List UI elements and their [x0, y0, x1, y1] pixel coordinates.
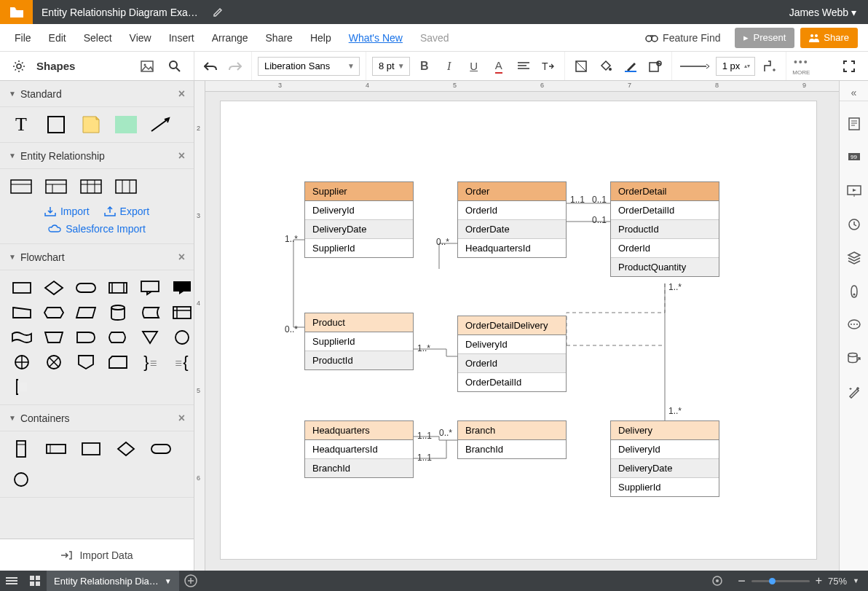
er-shape-2[interactable] [45, 178, 67, 195]
gear-icon[interactable] [9, 56, 29, 77]
close-icon[interactable]: × [178, 412, 185, 425]
er-export[interactable]: Export [104, 206, 149, 217]
close-icon[interactable]: × [178, 149, 185, 163]
menu-share[interactable]: Share [257, 32, 301, 44]
entity-field[interactable]: OrderDetailId [611, 201, 719, 220]
text-options-button[interactable]: T [538, 56, 559, 77]
cont-lane-h[interactable] [45, 440, 67, 458]
section-standard[interactable]: ▼Standard× [0, 81, 194, 107]
entity-title[interactable]: Delivery [611, 421, 719, 440]
fc-callout[interactable] [138, 279, 162, 297]
section-er[interactable]: ▼Entity Relationship× [0, 143, 194, 169]
fc-or[interactable] [10, 353, 33, 371]
entity-headquarters[interactable]: Headquarters HeadquartersId BranchId [304, 420, 414, 478]
fc-offpage[interactable] [74, 353, 98, 371]
entity-field[interactable]: DeliveryId [305, 201, 413, 220]
entity-field[interactable]: OrderDate [458, 220, 566, 239]
section-containers[interactable]: ▼Containers× [0, 405, 194, 431]
edit-title-icon[interactable] [207, 7, 229, 17]
entity-field[interactable]: OrderId [458, 201, 566, 220]
entity-field[interactable]: ProductQuantity [611, 258, 719, 276]
fc-manualop[interactable] [42, 329, 66, 346]
entity-field[interactable]: SupplierId [305, 239, 413, 257]
border-color-button[interactable] [620, 56, 641, 77]
fill-button[interactable] [596, 56, 616, 77]
page-tab[interactable]: Entity Relationship Dia…▼ [47, 571, 179, 591]
fc-db[interactable] [106, 304, 130, 321]
close-icon[interactable]: × [178, 87, 185, 101]
font-size-select[interactable]: 8 pt▼ [372, 57, 410, 76]
undo-button[interactable] [200, 56, 221, 77]
entity-field[interactable]: HeadquartersId [305, 440, 413, 459]
cont-pill[interactable] [150, 440, 172, 458]
italic-button[interactable]: I [439, 56, 459, 77]
entity-orderdetail[interactable]: OrderDetail OrderDetailId ProductId Orde… [610, 181, 719, 277]
menu-insert[interactable]: Insert [160, 32, 203, 44]
page[interactable]: Supplier DeliveryId DeliveryDate Supplie… [220, 101, 817, 560]
zoom-in-button[interactable]: + [816, 574, 822, 587]
shape-fill-button[interactable] [571, 56, 591, 77]
fc-hex[interactable] [42, 304, 66, 321]
er-import[interactable]: Import [44, 206, 90, 217]
fc-card[interactable] [106, 353, 130, 371]
entity-field[interactable]: OrderId [458, 354, 566, 373]
entity-field[interactable]: BranchId [458, 440, 566, 458]
entity-supplier[interactable]: Supplier DeliveryId DeliveryDate Supplie… [304, 181, 414, 258]
entity-field[interactable]: ProductId [611, 220, 719, 239]
layers-icon[interactable] [840, 241, 869, 275]
fc-stored[interactable] [138, 304, 162, 321]
history-icon[interactable] [840, 208, 869, 241]
fc-delay[interactable] [74, 329, 98, 346]
zoom-out-button[interactable]: − [738, 574, 746, 589]
shape-options-button[interactable] [645, 56, 666, 77]
align-button[interactable] [513, 56, 534, 77]
entity-field[interactable]: SupplierId [305, 332, 413, 351]
share-button[interactable]: Share [800, 28, 858, 48]
fc-brace-l[interactable]: ———{ [170, 353, 194, 371]
entity-title[interactable]: Headquarters [305, 421, 413, 440]
target-icon[interactable] [706, 571, 729, 591]
chat-icon[interactable] [840, 308, 869, 342]
menu-edit[interactable]: Edit [40, 32, 75, 44]
document-title[interactable]: Entity Relationship Diagram Exa… [33, 7, 207, 18]
close-icon[interactable]: × [178, 251, 185, 264]
canvas-area[interactable]: 3 4 5 6 7 8 9 2 3 4 5 6 [194, 81, 839, 571]
cont-circle[interactable] [10, 471, 32, 488]
zoom-level[interactable]: 75% [828, 576, 847, 587]
entity-field[interactable]: OrderDetailId [458, 373, 566, 391]
menu-view[interactable]: View [121, 32, 160, 44]
entity-title[interactable]: Supplier [305, 182, 413, 201]
page-settings-icon[interactable] [840, 107, 869, 141]
entity-field[interactable]: BranchId [305, 459, 413, 477]
menu-help[interactable]: Help [301, 32, 340, 44]
cont-diamond[interactable] [115, 440, 137, 458]
master-pages-icon[interactable] [840, 275, 869, 308]
present-button[interactable]: ▸ Present [735, 28, 794, 48]
line-width-select[interactable]: 1 px▴▾ [716, 57, 756, 76]
menu-file[interactable]: File [6, 32, 40, 44]
zoom-slider[interactable] [751, 580, 810, 582]
grid-view-icon[interactable] [23, 571, 47, 591]
fc-internal[interactable] [170, 304, 194, 321]
entity-odd[interactable]: OrderDetailDelivery DeliveryId OrderId O… [457, 316, 567, 392]
rect-shape[interactable] [45, 116, 67, 133]
entity-field[interactable]: DeliveryId [458, 335, 566, 354]
menu-whats-new[interactable]: What's New [340, 32, 411, 44]
entity-title[interactable]: Product [305, 313, 413, 332]
image-icon[interactable] [137, 56, 157, 77]
entity-field[interactable]: ProductId [305, 351, 413, 369]
more-button[interactable]: ••• MORE [786, 52, 816, 80]
fc-display[interactable] [106, 329, 130, 346]
entity-field[interactable]: DeliveryDate [611, 459, 719, 478]
entity-field[interactable]: DeliveryDate [305, 220, 413, 239]
entity-delivery[interactable]: Delivery DeliveryId DeliveryDate Supplie… [610, 420, 719, 497]
entity-field[interactable]: DeliveryId [611, 440, 719, 459]
font-family-select[interactable]: Liberation Sans▼ [258, 57, 360, 76]
entity-field[interactable]: HeadquartersId [458, 239, 566, 257]
magic-icon[interactable] [840, 375, 869, 409]
er-shape-4[interactable] [115, 178, 137, 195]
line-options-button[interactable] [760, 56, 780, 77]
list-view-icon[interactable] [0, 571, 23, 591]
redo-button[interactable] [225, 56, 245, 77]
block-shape[interactable] [115, 116, 137, 133]
